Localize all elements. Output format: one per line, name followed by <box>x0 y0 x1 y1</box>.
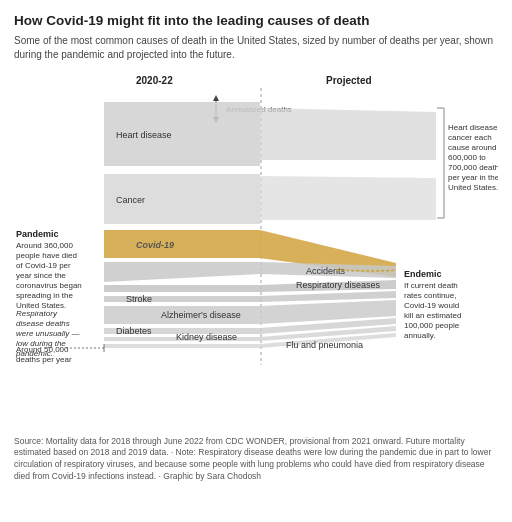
period-left-label: 2020-22 <box>136 75 173 86</box>
stroke-label: Stroke <box>126 294 152 304</box>
pandemic-title-label: Pandemic <box>16 229 59 239</box>
heart-label: Heart disease <box>116 130 172 140</box>
50k-annotation: Around 50,000 deaths per year <box>16 345 72 364</box>
chart-area: 2020-22 Projected Annualized deaths Hear… <box>14 70 498 430</box>
alzheimer-label: Alzheimer's disease <box>161 310 241 320</box>
endemic-annotation: If current death rates continue, Covid-1… <box>404 281 464 340</box>
pandemic-annotation: Around 360,000 people have died of Covid… <box>16 241 84 310</box>
period-right-label: Projected <box>326 75 372 86</box>
chart-subtitle: Some of the most common causes of death … <box>14 34 498 62</box>
cancer-label: Cancer <box>116 195 145 205</box>
endemic-title-label: Endemic <box>404 269 442 279</box>
chart-title: How Covid-19 might fit into the leading … <box>14 12 498 30</box>
covid-label: Covid-19 <box>136 240 174 250</box>
diabetes-label: Diabetes <box>116 326 152 336</box>
chart-footer: Source: Mortality data for 2018 through … <box>14 436 498 484</box>
flu-label: Flu and pneumonia <box>286 340 363 350</box>
accidents-label: Accidents <box>306 266 346 276</box>
respiratory-label: Respiratory diseases <box>296 280 381 290</box>
heart-cancer-annotation: Heart disease and cancer each cause arou… <box>448 123 498 192</box>
kidney-label: Kidney disease <box>176 332 237 342</box>
